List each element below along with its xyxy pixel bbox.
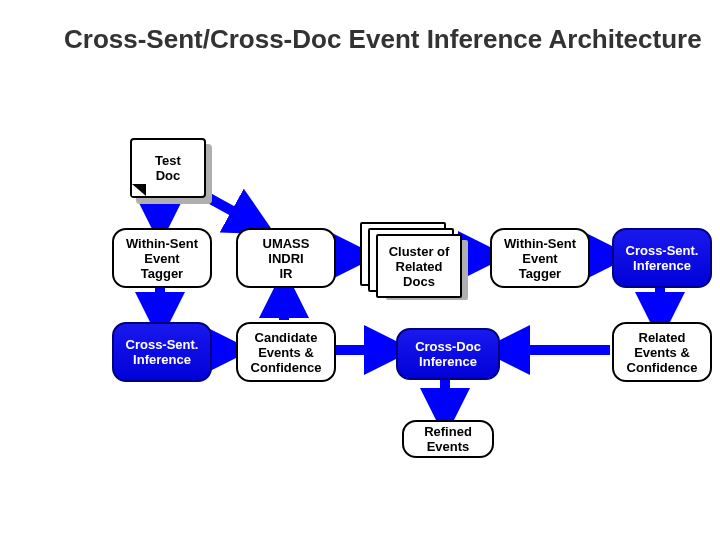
cross-doc-inference: Cross-Doc Inference <box>396 328 500 380</box>
crosssent1-label: Cross-Sent. Inference <box>126 337 199 367</box>
related-events-box: Related Events & Confidence <box>612 322 712 382</box>
within-sent-tagger-1: Within-Sent Event Tagger <box>112 228 212 288</box>
candidate-label: Candidate Events & Confidence <box>251 330 322 375</box>
within-sent-tagger-2: Within-Sent Event Tagger <box>490 228 590 288</box>
related-label: Related Events & Confidence <box>627 330 698 375</box>
cluster-docs-stack: Cluster of Related Docs <box>360 222 460 278</box>
wstagger1-label: Within-Sent Event Tagger <box>126 236 198 281</box>
umass-indri-ir: UMASS INDRI IR <box>236 228 336 288</box>
candidate-events-box: Candidate Events & Confidence <box>236 322 336 382</box>
crosssent2-label: Cross-Sent. Inference <box>626 243 699 273</box>
cluster-label: Cluster of Related Docs <box>389 244 450 289</box>
cross-sent-inference-1: Cross-Sent. Inference <box>112 322 212 382</box>
test-doc-box: Test Doc <box>130 138 206 198</box>
diagram-canvas: Test Doc Within-Sent Event Tagger UMASS … <box>0 0 720 540</box>
crossdoc-label: Cross-Doc Inference <box>415 339 481 369</box>
umass-label: UMASS INDRI IR <box>263 236 310 281</box>
refined-label: Refined Events <box>424 424 472 454</box>
wstagger2-label: Within-Sent Event Tagger <box>504 236 576 281</box>
test-doc-label: Test Doc <box>155 153 181 183</box>
refined-events-box: Refined Events <box>402 420 494 458</box>
cross-sent-inference-2: Cross-Sent. Inference <box>612 228 712 288</box>
